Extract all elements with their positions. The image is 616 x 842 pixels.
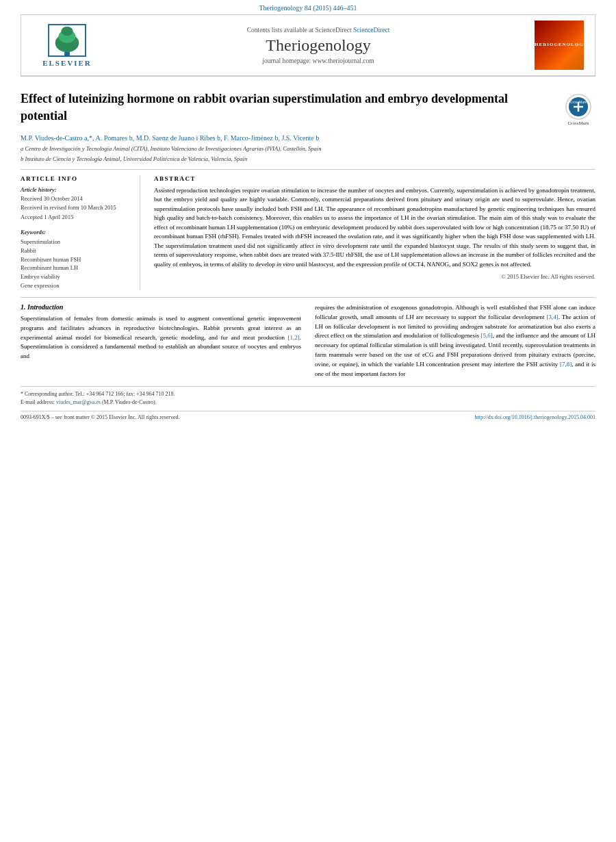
- keyword-6: Gene expression: [21, 281, 129, 290]
- section-title-text: Introduction: [27, 303, 63, 311]
- intro-right-text: requires the administration of exogenous…: [315, 303, 595, 380]
- footnote-email: E-mail address: viudes_mar@gva.es (M.P. …: [21, 398, 595, 407]
- keyword-5: Embryo viability: [21, 272, 129, 281]
- journal-name-block: Contents lists available at ScienceDirec…: [105, 27, 532, 64]
- sciencedirect-text: Contents lists available at ScienceDirec…: [247, 27, 352, 34]
- footer-issn: 0093-691X/$ – see front matter © 2015 El…: [21, 414, 179, 420]
- keyword-3: Recombinant human FSH: [21, 255, 129, 264]
- authors-line: M.P. Viudes-de-Castro a,*, A. Pomares b,…: [21, 134, 595, 142]
- elsevier-logo: ELSEVIER: [42, 23, 92, 67]
- article-title-section: Effect of luteinizing hormone on rabbit …: [21, 90, 595, 126]
- detected-text: of recombinant: [154, 224, 595, 240]
- received-date: Received 30 October 2014: [21, 195, 129, 203]
- intro-left-text: Superstimulation of females from domesti…: [21, 314, 301, 362]
- ref-7-8[interactable]: [7,8]: [560, 361, 572, 368]
- svg-point-3: [61, 27, 73, 36]
- keyword-1: Superstimulation: [21, 238, 129, 246]
- affiliation-a: a Centro de Investigación y Tecnología A…: [21, 144, 595, 153]
- keywords-section: Keywords: Superstimulation Rabbit Recomb…: [21, 229, 129, 290]
- article-title: Effect of luteinizing hormone on rabbit …: [21, 90, 561, 125]
- crossmark[interactable]: CrossMark CrossMark: [561, 93, 595, 126]
- intro-section-title: 1. Introduction: [21, 303, 301, 311]
- history-label: Article history:: [21, 186, 129, 193]
- journal-title: Theriogenology: [105, 36, 532, 55]
- ref-5-6[interactable]: [5,6]: [480, 332, 492, 339]
- publisher-logo: ELSEVIER: [29, 23, 105, 67]
- page-footer: 0093-691X/$ – see front matter © 2015 El…: [21, 411, 595, 420]
- accepted-date: Accepted 1 April 2015: [21, 214, 129, 222]
- keywords-label: Keywords:: [21, 229, 129, 235]
- cover-title: THERIOGENOLOGY: [528, 39, 590, 51]
- introduction-section: 1. Introduction Superstimulation of fema…: [21, 303, 595, 380]
- article-info-abstract: ARTICLE INFO Article history: Received 3…: [21, 175, 595, 290]
- sciencedirect-line: Contents lists available at ScienceDirec…: [105, 27, 532, 34]
- abstract-body-divider: [21, 297, 595, 298]
- journal-citation: Theriogenology 84 (2015) 446–451: [259, 4, 357, 12]
- article-info-col: ARTICLE INFO Article history: Received 3…: [21, 175, 140, 290]
- affiliations: a Centro de Investigación y Tecnología A…: [21, 144, 595, 164]
- journal-cover: THERIOGENOLOGY: [532, 21, 587, 70]
- footnotes: * Corresponding author. Tel.: +34 964 71…: [21, 386, 595, 407]
- sciencedirect-link[interactable]: ScienceDirect: [353, 27, 389, 34]
- article-info-heading: ARTICLE INFO: [21, 175, 129, 182]
- ref-1-2[interactable]: [1,2]: [288, 334, 300, 341]
- email-link[interactable]: viudes_mar@gva.es: [56, 399, 101, 405]
- intro-left-col: 1. Introduction Superstimulation of fema…: [21, 303, 301, 380]
- abstract-text: Assisted reproduction technologies requi…: [154, 186, 595, 270]
- intro-right-col: requires the administration of exogenous…: [315, 303, 595, 380]
- footer-doi[interactable]: http://dx.doi.org/10.1016/j.theriogenolo…: [475, 414, 595, 420]
- affiliation-b: b Instituto de Ciencia y Tecnología Anim…: [21, 155, 595, 164]
- elsevier-tree-icon: [47, 23, 88, 58]
- section-number: 1.: [21, 303, 26, 311]
- title-divider: [21, 169, 595, 170]
- copyright: © 2015 Elsevier Inc. All rights reserved…: [154, 273, 595, 280]
- elsevier-text: ELSEVIER: [42, 59, 92, 67]
- ref-3-4[interactable]: [3,4]: [546, 314, 558, 320]
- keyword-4: Recombinant human LH: [21, 264, 129, 272]
- abstract-col: ABSTRACT Assisted reproduction technolog…: [154, 175, 595, 290]
- keyword-2: Rabbit: [21, 246, 129, 255]
- journal-link[interactable]: Theriogenology 84 (2015) 446–451: [0, 0, 616, 14]
- footnote-corresponding: * Corresponding author. Tel.: +34 964 71…: [21, 390, 595, 398]
- crossmark-label: CrossMark: [567, 120, 589, 126]
- journal-cover-image: THERIOGENOLOGY: [535, 21, 584, 70]
- revised-date: Received in revised form 10 March 2015: [21, 204, 129, 212]
- abstract-heading: ABSTRACT: [154, 175, 595, 182]
- journal-header: ELSEVIER Contents lists available at Sci…: [21, 14, 595, 76]
- journal-homepage: journal homepage: www.theriojournal.com: [105, 58, 532, 64]
- header-divider: [21, 76, 595, 77]
- crossmark-icon: CrossMark: [565, 93, 592, 120]
